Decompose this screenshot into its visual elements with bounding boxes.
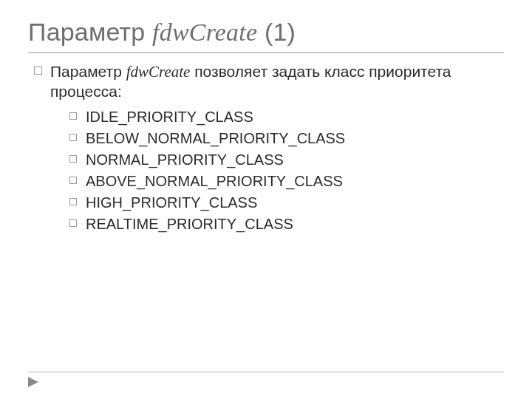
footer-divider bbox=[28, 372, 504, 372]
slide: Параметр fdwCreate (1) Параметр fdwCreat… bbox=[0, 0, 532, 399]
svg-marker-0 bbox=[28, 377, 38, 387]
bullet-list-level2: IDLE_PRIORITY_CLASS BELOW_NORMAL_PRIORIT… bbox=[69, 106, 504, 235]
intro-italic: fdwCreate bbox=[126, 63, 191, 81]
title-suffix: (1) bbox=[257, 18, 296, 46]
intro-bullet: Параметр fdwCreate позволяет задать клас… bbox=[33, 62, 504, 235]
intro-text: Параметр fdwCreate позволяет задать клас… bbox=[50, 63, 451, 100]
list-item: ABOVE_NORMAL_PRIORITY_CLASS bbox=[69, 171, 504, 192]
footer-arrow-icon bbox=[28, 377, 41, 387]
list-item: NORMAL_PRIORITY_CLASS bbox=[69, 149, 504, 171]
title-prefix: Параметр bbox=[28, 18, 152, 46]
item-label: IDLE_PRIORITY_CLASS bbox=[86, 109, 253, 125]
item-label: BELOW_NORMAL_PRIORITY_CLASS bbox=[86, 130, 345, 146]
title-italic: fdwCreate bbox=[152, 18, 257, 46]
item-label: HIGH_PRIORITY_CLASS bbox=[86, 194, 257, 211]
slide-title: Параметр fdwCreate (1) bbox=[28, 18, 504, 53]
item-label: REALTIME_PRIORITY_CLASS bbox=[86, 216, 293, 232]
list-item: IDLE_PRIORITY_CLASS bbox=[69, 106, 504, 128]
item-label: NORMAL_PRIORITY_CLASS bbox=[86, 151, 284, 168]
list-item: HIGH_PRIORITY_CLASS bbox=[69, 192, 504, 214]
item-label: ABOVE_NORMAL_PRIORITY_CLASS bbox=[86, 173, 343, 189]
list-item: REALTIME_PRIORITY_CLASS bbox=[69, 214, 504, 235]
intro-prefix: Параметр bbox=[50, 63, 126, 80]
bullet-list-level1: Параметр fdwCreate позволяет задать клас… bbox=[28, 62, 504, 235]
list-item: BELOW_NORMAL_PRIORITY_CLASS bbox=[69, 128, 504, 149]
